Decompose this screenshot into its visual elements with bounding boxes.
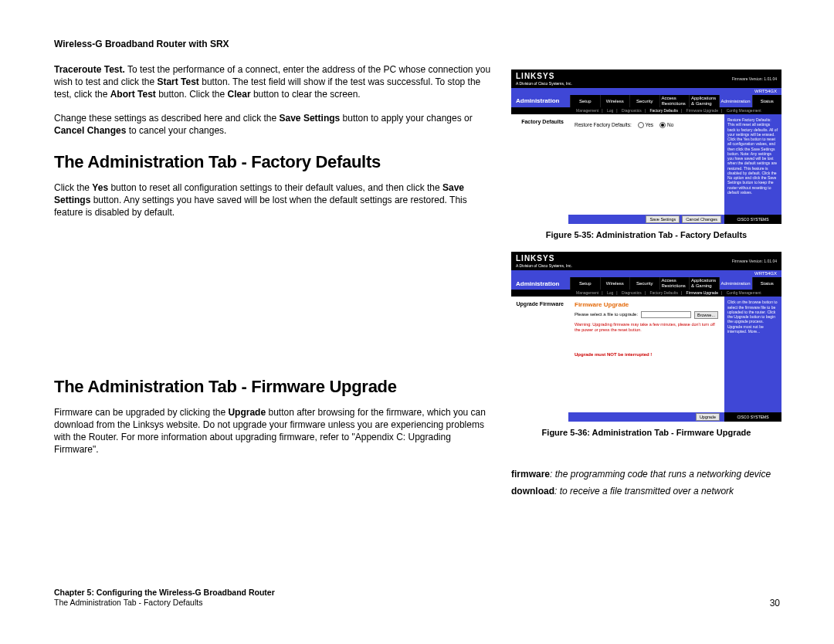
cancel-changes-button[interactable]: Cancel Changes	[682, 215, 721, 223]
bold-upgrade: Upgrade	[228, 407, 266, 418]
footer-chapter: Chapter 5: Configuring the Wireless-G Br…	[54, 588, 275, 597]
brand-logo: LINKSYS	[516, 72, 554, 80]
tab-wireless[interactable]: Wireless	[600, 277, 630, 290]
figure-caption-35: Figure 5-35: Administration Tab - Factor…	[511, 230, 781, 239]
text: Firmware can be upgraded by clicking the	[54, 407, 228, 418]
admin-big-tab: Administration	[511, 277, 570, 290]
tab-wireless[interactable]: Wireless	[600, 95, 630, 107]
tab-row: Administration Setup Wireless Security A…	[511, 95, 781, 107]
bold-abort-test: Abort Test	[110, 89, 156, 100]
radio-yes-label: Yes	[646, 122, 654, 127]
cisco-logo: CISCO SYSTEMS	[724, 215, 781, 224]
text: button to apply your changes or	[340, 113, 472, 124]
footer: Chapter 5: Configuring the Wireless-G Br…	[54, 588, 780, 608]
footer-section: The Administration Tab - Factory Default…	[54, 598, 275, 608]
tab-access-restrictions[interactable]: Access Restrictions	[659, 95, 690, 107]
bold-yes: Yes	[92, 182, 108, 193]
bold-cancel-changes: Cancel Changes	[54, 125, 126, 136]
radio-yes[interactable]	[638, 122, 644, 128]
radio-no[interactable]	[659, 122, 666, 128]
text: button. Any settings you have saved will…	[54, 195, 467, 218]
cisco-logo: CISCO SYSTEMS	[724, 412, 781, 422]
subtab-firmware-upgrade[interactable]: Firmware Upgrade	[687, 108, 718, 113]
tab-status[interactable]: Status	[752, 277, 782, 290]
firmware-upgrade-form: Firmware Upgrade Please select a file to…	[568, 297, 724, 412]
tab-security[interactable]: Security	[629, 95, 659, 107]
upgrade-button[interactable]: Upgrade	[696, 413, 720, 421]
term-firmware: firmware	[511, 469, 550, 480]
tab-setup[interactable]: Setup	[570, 277, 600, 290]
fw-file-label: Please select a file to upgrade:	[575, 312, 638, 317]
firmware-version: Firmware Version: 1.01.04	[732, 76, 777, 81]
side-label-factory-defaults: Factory Defaults	[511, 114, 568, 215]
tab-administration[interactable]: Administration	[719, 95, 752, 107]
subtab-log[interactable]: Log	[607, 290, 613, 295]
subtab-diagnostics[interactable]: Diagnostics	[622, 290, 642, 295]
text: Click the	[54, 182, 92, 193]
subtab-factory-defaults[interactable]: Factory Defaults	[650, 290, 678, 295]
model-bar: WRT54GX	[511, 270, 781, 277]
radio-no-label: No	[667, 122, 673, 127]
tab-access-restrictions[interactable]: Access Restrictions	[659, 277, 690, 290]
text: button. Click the	[156, 89, 228, 100]
def-firmware: : the programming code that runs a netwo…	[550, 469, 771, 480]
tab-status[interactable]: Status	[752, 95, 782, 107]
bold-clear: Clear	[228, 89, 251, 100]
text: button to reset all configuration settin…	[108, 182, 442, 193]
def-download: : to receive a file transmitted over a n…	[554, 486, 734, 497]
subtab-config-management[interactable]: Config Management	[727, 108, 761, 113]
running-header: Wireless-G Broadband Router with SRX	[54, 39, 780, 49]
sub-tabs: Management| Log| Diagnostics| Factory De…	[511, 290, 781, 297]
figure-firmware-upgrade: LINKSYSA Division of Cisco Systems, Inc.…	[511, 252, 781, 422]
restore-label: Restore Factory Defaults:	[575, 122, 632, 127]
tab-security[interactable]: Security	[629, 277, 659, 290]
figure-factory-defaults: LINKSYSA Division of Cisco Systems, Inc.…	[511, 69, 781, 224]
help-panel-factory: Restore Factory Defaults: This will rese…	[724, 114, 781, 215]
term-download: download	[511, 486, 554, 497]
subtab-management[interactable]: Management	[576, 290, 598, 295]
firmware-version: Firmware Version: 1.01.04	[732, 259, 777, 263]
model-bar: WRT54GX	[511, 88, 781, 95]
sub-tabs: Management| Log| Diagnostics| Factory De…	[511, 107, 781, 114]
tab-applications-gaming[interactable]: Applications & Gaming	[689, 95, 719, 107]
text: to cancel your changes.	[126, 125, 226, 136]
figure-caption-36: Figure 5-36: Administration Tab - Firmwa…	[511, 428, 781, 437]
brand-logo: LINKSYS	[516, 254, 554, 263]
bold-save-settings: Save Settings	[280, 113, 341, 124]
bold-start-test: Start Test	[157, 76, 198, 87]
help-panel-firmware: Click on the browse button to select the…	[724, 297, 781, 412]
admin-big-tab: Administration	[511, 95, 570, 107]
para-traceroute: Traceroute Test. To test the performance…	[54, 63, 494, 101]
page-number: 30	[770, 598, 780, 608]
subtab-config-management[interactable]: Config Management	[727, 290, 761, 295]
subtab-diagnostics[interactable]: Diagnostics	[622, 108, 642, 113]
fw-title: Firmware Upgrade	[575, 301, 718, 309]
tab-administration[interactable]: Administration	[719, 277, 752, 290]
brand-sub: A Division of Cisco Systems, Inc.	[516, 263, 572, 268]
text: button to clear the screen.	[251, 89, 361, 100]
tab-row: Administration Setup Wireless Security A…	[511, 277, 781, 290]
subtab-firmware-upgrade[interactable]: Firmware Upgrade	[687, 290, 718, 295]
subtab-management[interactable]: Management	[576, 108, 598, 113]
subtab-log[interactable]: Log	[607, 108, 613, 113]
glossary: firmware: the programming code that runs…	[511, 466, 781, 500]
bold-traceroute-test: Traceroute Test.	[54, 64, 125, 75]
para-factory-defaults: Click the Yes button to reset all config…	[54, 181, 494, 219]
fw-warning: Warning: Upgrading firmware may take a f…	[575, 322, 718, 332]
tab-applications-gaming[interactable]: Applications & Gaming	[689, 277, 719, 290]
side-label-upgrade-firmware: Upgrade Firmware	[511, 297, 568, 412]
text: Change these settings as described here …	[54, 113, 280, 124]
heading-factory-defaults: The Administration Tab - Factory Default…	[54, 152, 494, 172]
figures-column: LINKSYSA Division of Cisco Systems, Inc.…	[511, 63, 781, 500]
para-firmware-upgrade: Firmware can be upgraded by clicking the…	[54, 406, 494, 456]
fw-bold-warning: Upgrade must NOT be interrupted !	[575, 352, 718, 358]
tab-setup[interactable]: Setup	[570, 95, 600, 107]
fw-file-input[interactable]	[641, 311, 691, 318]
factory-defaults-form: Restore Factory Defaults: Yes No	[568, 114, 724, 215]
para-save-changes: Change these settings as described here …	[54, 112, 494, 137]
browse-button[interactable]: Browse...	[694, 311, 718, 319]
brand-sub: A Division of Cisco Systems, Inc.	[516, 81, 572, 86]
subtab-factory-defaults[interactable]: Factory Defaults	[650, 108, 678, 113]
main-column: Traceroute Test. To test the performance…	[54, 63, 494, 466]
save-settings-button[interactable]: Save Settings	[646, 215, 680, 223]
